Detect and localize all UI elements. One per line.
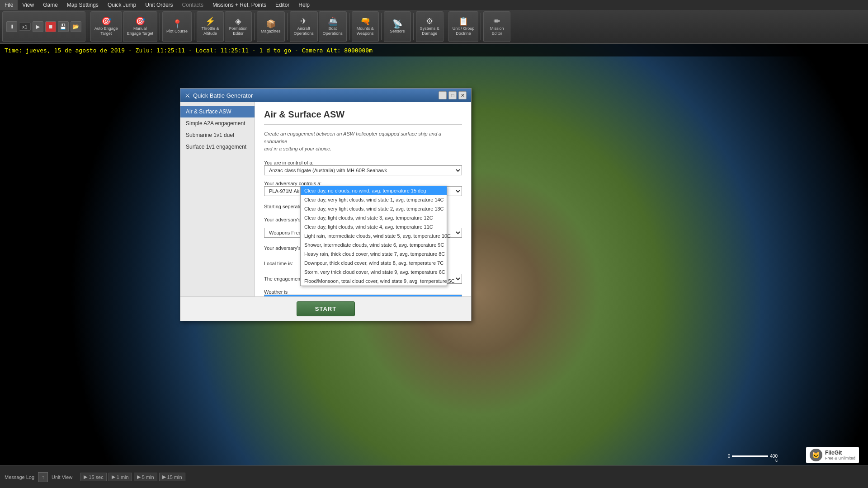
weather-option-5[interactable]: Light rain, intermediate clouds, wind st…	[301, 231, 447, 240]
plot-course-icon: 📍	[172, 20, 182, 28]
menu-editor[interactable]: Editor	[271, 0, 294, 10]
weather-option-3[interactable]: Clear day, light clouds, wind state 3, a…	[301, 213, 447, 222]
magazines-button[interactable]: 📦 Magazines	[257, 11, 285, 42]
adversary-ship-label: Your adversary controls a:	[264, 181, 341, 186]
aircraft-ops-icon: ✈	[300, 17, 307, 25]
divider-6	[349, 13, 349, 40]
play-button[interactable]: ▶	[33, 21, 43, 32]
systems-damage-label: Systems &Damage	[420, 26, 439, 36]
mission-editor-button[interactable]: ✏ MissionEditor	[483, 11, 510, 42]
sidebar-item-surface-1v1[interactable]: Surface 1v1 engagement	[180, 141, 255, 153]
weather-option-9[interactable]: Storm, very thick cloud cover, wind stat…	[301, 267, 447, 277]
speed-15sec-label: 15 sec	[89, 474, 103, 480]
playback-controls-bottom: ▶ 15 sec ▶ 1 min ▶ 5 min ▶ 15 min	[80, 473, 185, 481]
weather-option-4[interactable]: Clear day, light clouds, wind state 4, a…	[301, 222, 447, 231]
filegit-icon: 🐱	[810, 449, 822, 461]
scale-left: 0	[728, 454, 731, 459]
load-button[interactable]: 📂	[71, 21, 81, 32]
menu-file[interactable]: File	[0, 0, 18, 10]
formation-icon: ◈	[235, 17, 241, 25]
manual-engage-button[interactable]: 🎯 ManualEngage Target	[123, 11, 157, 42]
dialog-maximize-button[interactable]: □	[448, 91, 457, 99]
boat-ops-button[interactable]: 🚢 BoatOperations	[319, 11, 347, 42]
auto-engage-icon: 🎯	[101, 17, 111, 25]
sensors-label: Sensors	[390, 29, 405, 34]
dialog-minimize-button[interactable]: –	[439, 91, 447, 99]
mounts-weapons-button[interactable]: 🔫 Mounts &Weapons	[352, 11, 379, 42]
plot-course-label: Plot Course	[166, 29, 188, 34]
boat-ops-label: BoatOperations	[323, 26, 343, 36]
plot-course-button[interactable]: 📍 Plot Course	[162, 11, 192, 42]
unit-group-icon: 📋	[458, 17, 468, 25]
manual-engage-icon: 🎯	[135, 17, 145, 25]
filegit-text: FileGit Free & Unlimited	[825, 450, 855, 460]
sensors-button[interactable]: 📡 Sensors	[384, 11, 411, 42]
mounts-weapons-icon: 🔫	[360, 17, 370, 25]
throttle-button[interactable]: ⚡ Throttle &Altitude	[197, 11, 224, 42]
menu-game[interactable]: Game	[38, 0, 62, 10]
divider-5	[287, 13, 288, 40]
weather-option-10[interactable]: Flood/Monsoon, total cloud cover, wind s…	[301, 277, 447, 286]
menu-view[interactable]: View	[18, 0, 38, 10]
save-button[interactable]: 💾	[58, 21, 69, 32]
mounts-weapons-label: Mounts &Weapons	[357, 26, 374, 36]
dialog-title-text: Quick Battle Generator	[193, 92, 253, 99]
auto-engage-label: Auto EngageTarget	[94, 26, 118, 36]
unit-group-button[interactable]: 📋 Unit / GroupDoctrine	[448, 11, 479, 42]
sidebar-item-simple-a2a[interactable]: Simple A2A engagement	[180, 117, 255, 129]
sensors-icon: 📡	[392, 20, 402, 28]
dialog-content: Air & Surface ASW Create an engagement b…	[255, 102, 471, 296]
content-divider	[264, 124, 462, 125]
systems-damage-button[interactable]: ⚙ Systems &Damage	[416, 11, 443, 42]
dialog-close-button[interactable]: ✕	[458, 91, 467, 99]
stop-button[interactable]: ⏹	[45, 21, 56, 32]
weather-option-6[interactable]: Shower, intermediate clouds, wind state …	[301, 240, 447, 249]
status-text: Time: jueves, 15 de agosto de 2019 - Zul…	[5, 47, 373, 54]
menu-unit-orders[interactable]: Unit Orders	[141, 0, 177, 10]
menu-map-settings[interactable]: Map Settings	[62, 0, 103, 10]
menu-missions[interactable]: Missions + Ref. Points	[208, 0, 271, 10]
control-ship-row: You are in control of a: Anzac-class fri…	[264, 160, 462, 175]
menu-contacts[interactable]: Contacts	[178, 0, 208, 10]
weather-option-1[interactable]: Clear day, very light clouds, wind state…	[301, 195, 447, 204]
bottombar: Message Log ↑ Unit View ▶ 15 sec ▶ 1 min…	[0, 465, 868, 488]
menu-help[interactable]: Help	[294, 0, 314, 10]
dialog-sidebar: Air & Surface ASW Simple A2A engagement …	[180, 102, 255, 296]
speed-5min-button[interactable]: ▶ 5 min	[134, 473, 157, 481]
weather-select[interactable]: Clear day, no clouds, no wind, avg. temp…	[264, 295, 462, 297]
auto-engage-button[interactable]: 🎯 Auto EngageTarget	[90, 11, 122, 42]
message-log-button[interactable]: Message Log	[5, 474, 34, 480]
control-ship-select[interactable]: Anzac-class frigate (Australia) with MH-…	[264, 165, 462, 175]
upload-button[interactable]: ↑	[38, 472, 48, 482]
weather-option-2[interactable]: Clear day, very light clouds, wind state…	[301, 204, 447, 213]
weather-option-0[interactable]: Clear day, no clouds, no wind, avg. temp…	[301, 186, 447, 195]
weather-option-8[interactable]: Downpour, thick cloud cover, wind state …	[301, 258, 447, 267]
filegit-name: FileGit	[825, 450, 855, 456]
divider-9	[446, 13, 446, 40]
speed-15min-play-icon: ▶	[162, 474, 166, 480]
weather-option-7[interactable]: Heavy rain, thick cloud cover, wind stat…	[301, 249, 447, 258]
speed-1min-label: 1 min	[117, 474, 129, 480]
playback-group: ⏸ x1 ▶ ⏹ 💾 📂	[2, 11, 85, 42]
speed-15min-button[interactable]: ▶ 15 min	[159, 473, 185, 481]
aircraft-ops-button[interactable]: ✈ AircraftOperations	[290, 11, 318, 42]
view-label: Unit View	[52, 474, 72, 480]
speed-15sec-play-icon: ▶	[84, 474, 87, 480]
start-button[interactable]: START	[297, 301, 355, 316]
sidebar-item-submarine-1v1[interactable]: Submarine 1v1 duel	[180, 129, 255, 141]
sidebar-item-air-surface-asw[interactable]: Air & Surface ASW	[180, 106, 255, 117]
menu-quick-jump[interactable]: Quick Jump	[103, 0, 141, 10]
pause-button[interactable]: ⏸	[6, 21, 17, 32]
mission-editor-label: MissionEditor	[490, 26, 504, 36]
weather-label: Weather is	[264, 289, 341, 295]
divider-4	[254, 13, 255, 40]
menubar: File View Game Map Settings Quick Jump U…	[0, 0, 868, 10]
formation-button[interactable]: ◈ FormationEditor	[225, 11, 252, 42]
content-description: Create an engagement between an ASW heli…	[264, 130, 462, 153]
speed-1min-button[interactable]: ▶ 1 min	[108, 473, 132, 481]
throttle-label: Throttle &Altitude	[202, 26, 219, 36]
divider-7	[381, 13, 382, 40]
speed-5min-play-icon: ▶	[137, 474, 141, 480]
magazines-label: Magazines	[261, 29, 281, 34]
speed-15sec-button[interactable]: ▶ 15 sec	[80, 473, 106, 481]
